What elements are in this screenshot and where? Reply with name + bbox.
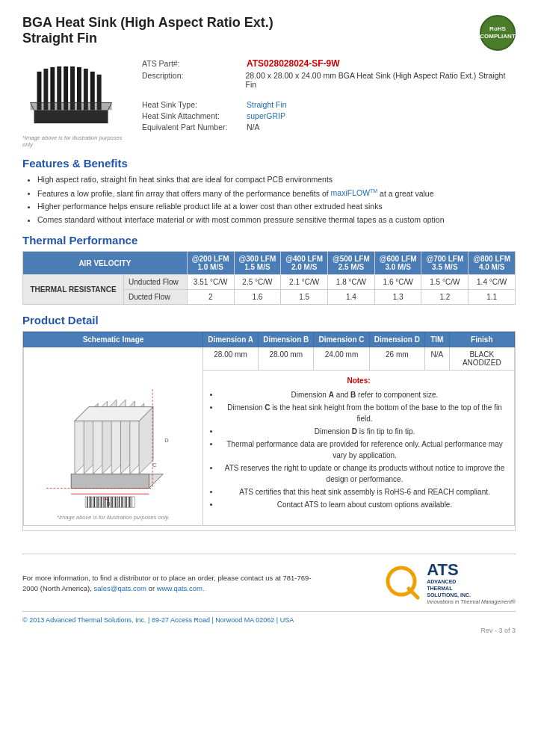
- note-1: Dimension A and B refer to component siz…: [220, 389, 510, 400]
- notes-cell: Notes: Dimension A and B refer to compon…: [203, 371, 515, 526]
- svg-rect-14: [31, 102, 112, 110]
- schematic-svg: A D C B: [39, 375, 188, 509]
- col-200lfm: @200 LFM1.0 M/S: [187, 252, 234, 275]
- page-header: BGA Heat Sink (High Aspect Ratio Ext.) S…: [22, 15, 516, 51]
- equiv-part-label: Equivalent Part Number:: [142, 123, 247, 131]
- product-title-block: BGA Heat Sink (High Aspect Ratio Ext.) S…: [22, 15, 273, 46]
- note-6: ATS certifies that this heat sink assemb…: [220, 486, 510, 498]
- svg-text:D: D: [164, 437, 169, 444]
- ducted-500: 1.4: [328, 290, 375, 305]
- unducted-600: 1.6 °C/W: [374, 275, 421, 290]
- col-dim-a: Dimension A: [203, 332, 259, 347]
- note-4: Thermal performance data are provided fo…: [220, 439, 510, 461]
- product-detail-title: Product Detail: [22, 314, 516, 326]
- detail-header-row: Schematic Image Dimension A Dimension B …: [24, 332, 515, 347]
- heatsink-type-row: Heat Sink Type: Straight Fin: [142, 100, 516, 109]
- tim-value: N/A: [424, 347, 449, 371]
- ducted-600: 1.3: [374, 290, 421, 305]
- feature-item-2: Features a low profile, slant fin array …: [37, 188, 516, 199]
- maxiflow-link[interactable]: maxiFLOWTM: [331, 188, 378, 197]
- footer: For more information, to find a distribu…: [22, 554, 516, 634]
- dimension-values-row: 28.00 mm 28.00 mm 24.00 mm 26 mm N/A BLA…: [24, 347, 515, 371]
- finish-value: BLACK ANODIZED: [449, 347, 514, 371]
- ats-big-text: ATS: [427, 562, 516, 578]
- page-number: Rev - 3 of 3: [22, 627, 516, 634]
- schematic-cell: A D C B: [24, 371, 203, 526]
- unducted-flow-row: THERMAL RESISTANCE Unducted Flow 3.51 °C…: [23, 275, 516, 290]
- image-note: *Image above is for illustration purpose…: [22, 134, 127, 148]
- product-image-box: *Image above is for illustration purpose…: [22, 58, 127, 148]
- air-velocity-header: AIR VELOCITY: [23, 252, 188, 275]
- col-300lfm: @300 LFM1.5 M/S: [234, 252, 281, 275]
- note-3: Dimension D is fin tip to fin tip.: [220, 426, 510, 437]
- col-700lfm: @700 LFM3.5 M/S: [421, 252, 469, 275]
- features-list: High aspect ratio, straight fin heat sin…: [22, 174, 516, 225]
- unducted-flow-label: Unducted Flow: [124, 275, 188, 290]
- footer-or-text: or: [149, 584, 157, 592]
- schematic-placeholder: [24, 347, 203, 371]
- product-detail-outer: Schematic Image Dimension A Dimension B …: [22, 331, 516, 531]
- svg-rect-0: [34, 110, 108, 123]
- note-2: Dimension C is the heat sink height from…: [220, 402, 510, 424]
- thermal-table-header-row: AIR VELOCITY @200 LFM1.0 M/S @300 LFM1.5…: [23, 252, 516, 275]
- col-dim-d: Dimension D: [369, 332, 424, 347]
- product-title-line2: Straight Fin: [22, 31, 273, 46]
- svg-marker-25: [74, 406, 152, 421]
- ats-full-name: ADVANCEDTHERMALSOLUTIONS, INC.: [427, 578, 516, 598]
- feature-item-3: Higher performance helps ensure reliable…: [37, 201, 516, 212]
- unducted-300: 2.5 °C/W: [234, 275, 281, 290]
- notes-title: Notes:: [208, 375, 510, 386]
- thermal-performance-table: AIR VELOCITY @200 LFM1.0 M/S @300 LFM1.5…: [22, 251, 516, 305]
- schematic-note: *Image above is for illustration purpose…: [28, 514, 198, 521]
- part-num-label: ATS Part#:: [142, 59, 247, 68]
- unducted-700: 1.5 °C/W: [421, 275, 469, 290]
- col-schematic: Schematic Image: [24, 332, 203, 347]
- unducted-200: 3.51 °C/W: [187, 275, 234, 290]
- dim-c-value: 24.00 mm: [314, 347, 369, 371]
- attachment-row: Heat Sink Attachment: superGRIP: [142, 111, 516, 120]
- col-dim-b: Dimension B: [259, 332, 314, 347]
- ducted-300: 1.6: [234, 290, 281, 305]
- ats-logo-q-svg: [385, 565, 422, 602]
- svg-rect-16: [71, 474, 149, 488]
- col-600lfm: @600 LFM3.0 M/S: [374, 252, 421, 275]
- svg-text:C: C: [152, 462, 157, 468]
- footer-text: For more information, to find a distribu…: [22, 573, 321, 595]
- product-detail-table: Schematic Image Dimension A Dimension B …: [23, 332, 515, 526]
- note-5: ATS reserves the right to update or chan…: [220, 462, 510, 485]
- footer-email[interactable]: sales@qats.com: [94, 584, 146, 592]
- col-800lfm: @800 LFM4.0 M/S: [469, 252, 516, 275]
- col-500lfm: @500 LFM2.5 M/S: [328, 252, 375, 275]
- feature-item-1: High aspect ratio, straight fin heat sin…: [37, 174, 516, 185]
- dim-b-value: 28.00 mm: [259, 347, 314, 371]
- ats-tagline: Innovations in Thermal Management®: [427, 598, 516, 605]
- footer-website[interactable]: www.qats.com.: [157, 584, 205, 592]
- attachment-label: Heat Sink Attachment:: [142, 111, 247, 120]
- thermal-performance-title: Thermal Performance: [22, 234, 516, 247]
- description-value: 28.00 x 28.00 x 24.00 mm BGA Heat Sink (…: [246, 71, 516, 89]
- unducted-800: 1.4 °C/W: [469, 275, 516, 290]
- part-num-row: ATS Part#: ATS028028024-SF-9W: [142, 58, 516, 69]
- col-400lfm: @400 LFM2.0 M/S: [281, 252, 328, 275]
- thermal-resistance-label: THERMAL RESISTANCE: [23, 275, 124, 305]
- equiv-part-row: Equivalent Part Number: N/A: [142, 123, 516, 131]
- schematic-notes-row: A D C B: [24, 371, 515, 526]
- part-num-value: ATS028028024-SF-9W: [247, 58, 340, 69]
- attachment-value: superGRIP: [247, 111, 285, 120]
- heatsink-image: [26, 58, 123, 132]
- product-title-line1: BGA Heat Sink (High Aspect Ratio Ext.): [22, 15, 273, 31]
- unducted-400: 2.1 °C/W: [281, 275, 328, 290]
- equiv-part-value: N/A: [247, 123, 260, 131]
- unducted-500: 1.8 °C/W: [328, 275, 375, 290]
- footer-content: For more information, to find a distribu…: [22, 562, 516, 605]
- description-label: Description:: [142, 71, 246, 80]
- ats-logo-text: ATS ADVANCEDTHERMALSOLUTIONS, INC. Innov…: [427, 562, 516, 605]
- description-row: Description: 28.00 x 28.00 x 24.00 mm BG…: [142, 71, 516, 89]
- ducted-400: 1.5: [281, 290, 328, 305]
- dim-a-value: 28.00 mm: [203, 347, 259, 371]
- product-info-area: *Image above is for illustration purpose…: [22, 58, 516, 148]
- feature-item-4: Comes standard without interface materia…: [37, 214, 516, 226]
- ducted-flow-label: Ducted Flow: [124, 290, 188, 305]
- col-finish: Finish: [449, 332, 514, 347]
- features-section-title: Features & Benefits: [22, 157, 516, 170]
